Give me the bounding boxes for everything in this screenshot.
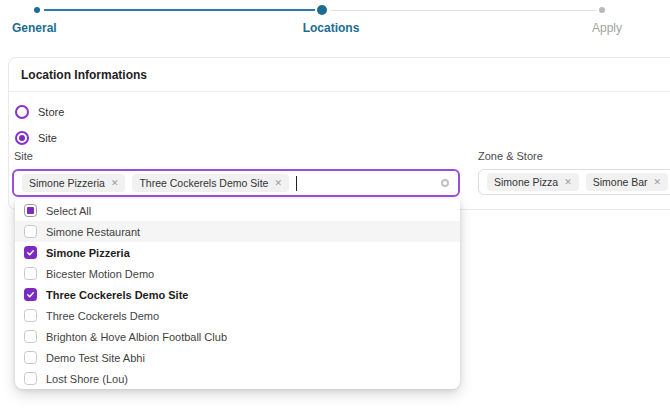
checkbox-icon[interactable] bbox=[24, 225, 37, 238]
step-dot-apply bbox=[599, 7, 605, 13]
site-multiselect-input[interactable]: Simone Pizzeria ✕ Three Cockerels Demo S… bbox=[12, 169, 460, 197]
step-label-locations[interactable]: Locations bbox=[301, 21, 361, 35]
dropdown-option[interactable]: Simone Restaurant bbox=[15, 221, 460, 242]
option-label: Lost Shore (Lou) bbox=[46, 373, 128, 385]
dropdown-option[interactable]: Demo Test Site Abhi bbox=[15, 347, 460, 368]
step-connector-completed bbox=[44, 9, 315, 11]
dropdown-option[interactable]: Brighton & Hove Albion Football Club bbox=[15, 326, 460, 347]
zone-store-field-label: Zone & Store bbox=[478, 150, 543, 162]
radio-label: Site bbox=[38, 132, 57, 144]
checkbox-icon[interactable] bbox=[24, 372, 37, 385]
clear-icon[interactable] bbox=[441, 179, 449, 187]
checkbox-icon[interactable] bbox=[24, 246, 37, 259]
checkbox-icon[interactable] bbox=[24, 288, 37, 301]
card-divider bbox=[9, 91, 670, 92]
step-connector-upcoming bbox=[331, 10, 596, 11]
checkbox-icon[interactable] bbox=[24, 309, 37, 322]
option-label: Brighton & Hove Albion Football Club bbox=[46, 331, 227, 343]
checkbox-icon[interactable] bbox=[24, 351, 37, 364]
dropdown-option[interactable]: Bicester Motion Demo bbox=[15, 263, 460, 284]
dropdown-option[interactable]: Three Cockerels Demo Site bbox=[15, 284, 460, 305]
step-dot-locations bbox=[317, 5, 327, 15]
selected-tag: Simone Bar ✕ bbox=[586, 173, 668, 191]
radio-option-store[interactable]: Store bbox=[15, 104, 64, 119]
step-dot-general bbox=[34, 7, 40, 13]
radio-icon[interactable] bbox=[15, 131, 29, 145]
location-type-radio-group: Store Site bbox=[15, 104, 64, 156]
selected-tag: Simone Pizzeria ✕ bbox=[22, 174, 125, 192]
dropdown-option[interactable]: Three Cockerels Demo bbox=[15, 305, 460, 326]
option-label: Bicester Motion Demo bbox=[46, 268, 154, 280]
option-label: Demo Test Site Abhi bbox=[46, 352, 145, 364]
remove-tag-icon[interactable]: ✕ bbox=[274, 178, 282, 188]
remove-tag-icon[interactable]: ✕ bbox=[654, 177, 662, 187]
radio-icon[interactable] bbox=[15, 105, 29, 119]
checkbox-icon[interactable] bbox=[24, 204, 37, 217]
step-label-apply[interactable]: Apply bbox=[588, 21, 626, 35]
radio-label: Store bbox=[38, 106, 64, 118]
option-label: Simone Pizzeria bbox=[46, 247, 130, 259]
tag-label: Simone Pizza bbox=[494, 176, 558, 188]
option-label: Simone Restaurant bbox=[46, 226, 140, 238]
tag-label: Simone Pizzeria bbox=[29, 177, 105, 189]
selected-tag: Simone Pizza ✕ bbox=[487, 173, 579, 191]
dropdown-option[interactable]: Simone Pizzeria bbox=[15, 242, 460, 263]
remove-tag-icon[interactable]: ✕ bbox=[111, 178, 119, 188]
dropdown-option[interactable]: Select All bbox=[15, 200, 460, 221]
remove-tag-icon[interactable]: ✕ bbox=[564, 177, 572, 187]
site-options-dropdown: Select All Simone Restaurant Simone Pizz… bbox=[15, 199, 460, 389]
checkbox-icon[interactable] bbox=[24, 330, 37, 343]
option-label: Three Cockerels Demo bbox=[46, 310, 159, 322]
card-title: Location Informations bbox=[21, 68, 147, 82]
option-label: Select All bbox=[46, 205, 91, 217]
dropdown-option[interactable]: Lost Shore (Lou) bbox=[15, 368, 460, 389]
option-label: Three Cockerels Demo Site bbox=[46, 289, 188, 301]
text-caret bbox=[296, 176, 297, 191]
checkbox-icon[interactable] bbox=[24, 267, 37, 280]
tag-label: Simone Bar bbox=[593, 176, 648, 188]
selected-tag: Three Cockerels Demo Site ✕ bbox=[132, 174, 289, 192]
radio-option-site[interactable]: Site bbox=[15, 130, 64, 145]
zone-store-multiselect-input[interactable]: Simone Pizza ✕ Simone Bar ✕ bbox=[478, 169, 670, 195]
site-field-label: Site bbox=[14, 150, 33, 162]
step-label-general[interactable]: General bbox=[12, 21, 57, 35]
tag-label: Three Cockerels Demo Site bbox=[139, 177, 268, 189]
